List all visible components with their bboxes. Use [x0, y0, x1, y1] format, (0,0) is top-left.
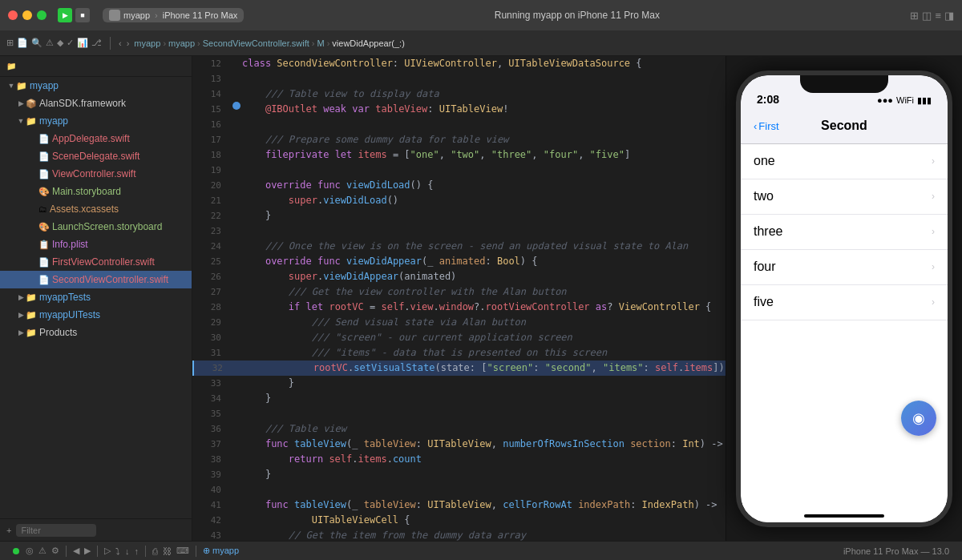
sidebar-item-launchscreen[interactable]: 🎨 LaunchScreen.storyboard — [0, 218, 192, 236]
toolbar-report-icon[interactable]: 📊 — [77, 38, 88, 48]
myapp-scheme-icon[interactable]: ⊕ myapp — [203, 546, 239, 556]
sidebar-label: myappUITests — [39, 309, 100, 320]
status-icons: ●●● WiFi ▮▮▮ — [877, 95, 932, 106]
location-icon[interactable]: ◎ — [26, 546, 34, 556]
table-row-text: five — [754, 295, 774, 309]
toolbar-test-icon[interactable]: ✓ — [67, 38, 74, 48]
share-icon[interactable]: ⎙ — [152, 546, 158, 556]
sidebar-label: SceneDelegate.swift — [52, 151, 139, 162]
sidebar-item-myapp-root[interactable]: ▼ 📁 myapp — [0, 77, 192, 95]
nav-back-button[interactable]: ‹ First — [754, 120, 779, 132]
minimize-button[interactable] — [22, 10, 32, 20]
step-in-icon[interactable]: ↓ — [125, 546, 130, 556]
code-editor[interactable]: 12 class SecondViewController: UIViewCon… — [192, 56, 726, 541]
sidebar-item-myapptests[interactable]: ▶ 📁 myappTests — [0, 288, 192, 306]
sidebar-label: ViewController.swift — [52, 168, 135, 179]
sidebar-item-infoplist[interactable]: 📋 Info.plist — [0, 236, 192, 253]
breadcrumb: myapp › myapp › SecondViewController.swi… — [134, 38, 405, 48]
inspector-icon[interactable]: ◨ — [944, 10, 954, 22]
breadcrumb-symbol[interactable]: M — [317, 38, 325, 48]
sidebar-item-secondviewcontroller[interactable]: 📄 SecondViewController.swift — [0, 271, 192, 288]
toolbar: ⊞ 📄 🔍 ⚠ ◆ ✓ 📊 ⎇ ‹ › myapp › myapp › Seco… — [0, 30, 962, 56]
sidebar-item-firstviewcontroller[interactable]: 📄 FirstViewController.swift — [0, 253, 192, 271]
toolbar-search-icon[interactable]: 🔍 — [31, 38, 42, 48]
code-line-33: 33 } — [192, 376, 726, 391]
swift-file-icon: 📄 — [38, 257, 50, 268]
breadcrumb-file[interactable]: SecondViewController.swift — [203, 38, 309, 48]
toolbar-file-icon[interactable]: 📄 — [17, 38, 28, 48]
nav-prev-icon[interactable]: ◀ — [73, 546, 79, 556]
app-scheme-badge[interactable]: myapp › iPhone 11 Pro Max — [103, 8, 244, 22]
nav-next-icon[interactable]: ▶ — [84, 546, 91, 556]
table-row[interactable]: three › — [741, 215, 948, 250]
code-line-20: 20 override func viewDidLoad() { — [192, 178, 726, 193]
app-name: myapp — [123, 10, 150, 20]
swift-file-icon: 📄 — [38, 134, 50, 144]
sidebar-item-mainstoryboard[interactable]: 🎨 Main.storyboard — [0, 183, 192, 200]
close-button[interactable] — [8, 10, 18, 20]
expand-arrow: ▶ — [16, 328, 26, 336]
table-row-text: two — [754, 189, 774, 203]
sidebar-item-scenedelegate[interactable]: 📄 SceneDelegate.swift — [0, 147, 192, 165]
sidebar-item-products[interactable]: ▶ 📁 Products — [0, 324, 192, 341]
code-line-25: 25 override func viewDidAppear(_ animate… — [192, 254, 726, 269]
toolbar-grid-icon[interactable]: ⊞ — [6, 38, 14, 48]
breadcrumb-myapp1[interactable]: myapp — [134, 38, 160, 48]
run2-icon[interactable]: ▷ — [104, 546, 111, 556]
settings-icon[interactable]: ⚙ — [51, 546, 59, 556]
stop-button[interactable]: ■ — [75, 8, 90, 22]
sidebar-item-myappuitests[interactable]: ▶ 📁 myappUITests — [0, 306, 192, 324]
code-line-19: 19 — [192, 163, 726, 178]
phone-nav-bar: ‹ First Second — [741, 109, 948, 144]
status-time: 2:08 — [757, 93, 779, 106]
maximize-button[interactable] — [37, 10, 46, 20]
nav-back-icon[interactable]: ‹ — [119, 38, 122, 48]
table-row[interactable]: two › — [741, 179, 948, 215]
run-button[interactable]: ▶ — [58, 8, 72, 22]
debug-icon[interactable]: ≡ — [935, 10, 941, 22]
table-row[interactable]: one › — [741, 144, 948, 179]
code-line-36: 36 /// Table view — [192, 421, 726, 437]
sidebar-item-alansdk[interactable]: ▶ 📦 AlanSDK.framework — [0, 95, 192, 112]
nav-forward-icon[interactable]: › — [127, 38, 130, 48]
step-over-icon[interactable]: ⤵ — [115, 546, 120, 556]
code-line-41: 41 func tableView(_ tableView: UITableVi… — [192, 498, 726, 513]
breadcrumb-method[interactable]: viewDidAppear(_:) — [332, 38, 404, 48]
test-folder-icon: 📁 — [26, 310, 37, 320]
link-icon[interactable]: ⛓ — [163, 546, 172, 556]
warning-icon[interactable]: ⚠ — [38, 546, 46, 556]
code-line-39: 39 } — [192, 467, 726, 482]
filter-input[interactable] — [16, 524, 96, 537]
code-line-12: 12 class SecondViewController: UIViewCon… — [192, 56, 726, 71]
main-area: 📁 ▼ 📁 myapp ▶ 📦 AlanSDK.framework ▼ 📁 my… — [0, 56, 962, 541]
plist-icon: 📋 — [38, 240, 50, 250]
navigator-icon[interactable]: ◫ — [922, 10, 932, 22]
breadcrumb-myapp2[interactable]: myapp — [168, 38, 195, 48]
sidebar-item-viewcontroller[interactable]: 📄 ViewController.swift — [0, 165, 192, 183]
table-row[interactable]: four › — [741, 250, 948, 285]
code-line-37: 37 func tableView(_ tableView: UITableVi… — [192, 437, 726, 452]
status-indicator — [13, 548, 19, 554]
home-indicator — [804, 514, 884, 518]
toolbar-source-icon[interactable]: ⎇ — [91, 38, 102, 48]
nav-back-label: First — [758, 120, 778, 132]
add-icon[interactable]: + — [6, 526, 11, 535]
sidebar-item-appdelegate[interactable]: 📄 AppDelegate.swift — [0, 130, 192, 147]
sidebar-label: AppDelegate.swift — [52, 133, 130, 144]
sidebar-item-myapp-group[interactable]: ▼ 📁 myapp — [0, 112, 192, 130]
phone-table-view[interactable]: one › two › three › four › — [741, 144, 948, 500]
step-out-icon[interactable]: ↑ — [135, 546, 139, 556]
terminal-icon[interactable]: ⌨ — [176, 546, 189, 556]
alan-button[interactable]: ◉ — [901, 401, 936, 436]
panel-toggle-icon[interactable]: ⊞ — [910, 10, 919, 22]
sidebar-label: Assets.xcassets — [50, 203, 119, 215]
storyboard-icon: 🎨 — [38, 187, 50, 197]
table-row[interactable]: five › — [741, 285, 948, 320]
toolbar-warning-icon[interactable]: ⚠ — [46, 38, 54, 48]
sidebar-item-assets[interactable]: 🗂 Assets.xcassets — [0, 200, 192, 218]
toolbar-breakpoint-icon[interactable]: ◆ — [57, 38, 63, 48]
code-line-15: 15 @IBOutlet weak var tableView: UITable… — [192, 102, 726, 117]
code-line-23: 23 — [192, 224, 726, 239]
code-line-22: 22 } — [192, 208, 726, 224]
swift-file-icon: 📄 — [38, 169, 50, 179]
